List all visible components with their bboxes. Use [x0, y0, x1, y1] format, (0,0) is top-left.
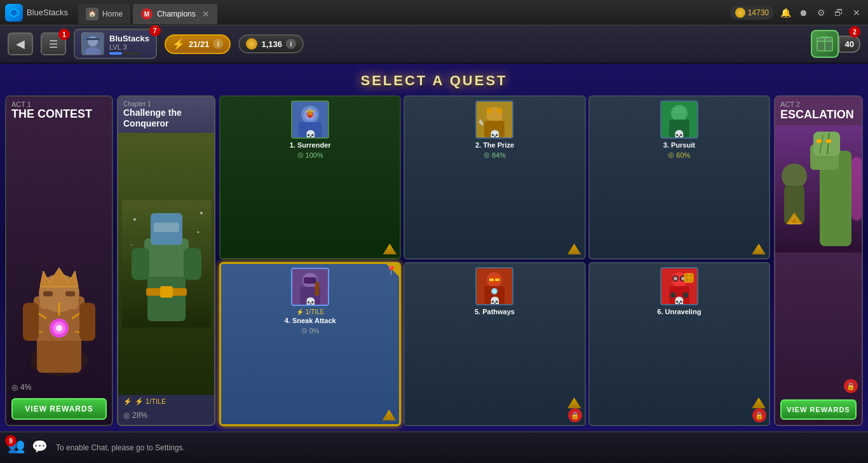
quest-6-name: 6. Unraveling: [657, 308, 701, 315]
game-tab[interactable]: M Champions ✕: [133, 4, 217, 24]
quest-3-progress-icon: ◎: [668, 151, 674, 159]
svg-rect-71: [495, 279, 499, 281]
quest-5-card[interactable]: 💀 5. Pathways 🔒: [403, 262, 585, 426]
act1-panel[interactable]: ACT 1 THE CONTEST: [5, 95, 113, 426]
energy-amount: 21/21: [189, 39, 210, 49]
act2-panel[interactable]: ACT 2 ESCALATION: [774, 95, 863, 426]
back-button[interactable]: ◀: [8, 32, 33, 55]
quest-4-progress: ◎ 0%: [301, 326, 320, 335]
quest-5-thumb: 💀: [475, 267, 513, 305]
energy-icon: ⚡: [172, 38, 185, 50]
act1-completion-icon: ◎: [11, 383, 18, 392]
gold-amount: 1,136: [261, 39, 282, 49]
quest-5-difficulty: [567, 397, 582, 410]
act2-character-art: [775, 125, 862, 252]
act1-name: THE CONTEST: [11, 108, 107, 121]
difficulty-icon-6: [751, 397, 766, 410]
svg-rect-70: [489, 279, 494, 281]
act1-view-rewards-button[interactable]: VIEW REWARDS: [11, 398, 107, 420]
quest-4-name: 4. Sneak Attack: [285, 317, 336, 324]
svg-point-92: [782, 163, 807, 189]
kang-art: [122, 200, 211, 328]
svg-point-55: [671, 105, 688, 121]
pack-display[interactable]: 2 40: [811, 30, 860, 58]
quest-2-skull: 💀: [489, 130, 500, 139]
act1-completion: ◎ 4%: [6, 379, 112, 396]
quest-3-progress: ◎ 60%: [668, 151, 690, 159]
gold-display: 1,136 i: [238, 34, 304, 53]
quests-grid: 💀 1. Surrender ◎ 100%: [219, 95, 770, 426]
quest-1-difficulty: [382, 243, 397, 256]
difficulty-icon-5: [567, 397, 582, 410]
quest-2-progress-value: 84%: [492, 151, 506, 159]
player-details: BluStacks LVL 3: [109, 34, 149, 55]
gold-icon: [246, 38, 257, 50]
difficulty-icon-3: [751, 243, 766, 256]
quest-6-card[interactable]: 💀 6. Unraveling 🔒: [588, 262, 770, 426]
quest-2-thumb: 💀: [475, 100, 513, 139]
gold-info-button[interactable]: i: [286, 39, 296, 49]
close-tab-button[interactable]: ✕: [202, 9, 210, 19]
quest-1-progress-value: 100%: [306, 151, 323, 159]
chapter-progress-pct: 28%: [132, 411, 147, 420]
notification-bell[interactable]: 🔔: [779, 6, 792, 19]
act2-name: ESCALATION: [780, 108, 857, 121]
chat-icon-group[interactable]: 9 👥 💬: [8, 438, 50, 458]
act1-character-art: [11, 245, 107, 379]
chapter-energy-text: ⚡ 1/TILE: [135, 397, 166, 406]
chapter-header: Chapter 1 Challenge the Conqueror: [118, 97, 214, 133]
chat-badge: 9: [5, 435, 17, 446]
home-tab[interactable]: 🏠 Home: [78, 4, 130, 24]
home-tab-icon: 🏠: [86, 8, 98, 20]
pack-icon: [811, 30, 839, 58]
titlebar-right: 14730 🔔 ⏺ ⚙ 🗗 ✕: [730, 6, 863, 20]
player-info[interactable]: BluStacks LVL 3: [74, 29, 157, 59]
chapter-name: Challenge the Conqueror: [123, 107, 209, 129]
svg-rect-36: [160, 286, 173, 298]
quest-2-progress: ◎ 84%: [484, 151, 506, 159]
kang-figure: [118, 133, 214, 395]
game-area: SELECT A QUEST ACT 1 THE CONTEST: [0, 64, 868, 431]
chatbar: 9 👥 💬 To enable Chat, please go to Setti…: [0, 431, 868, 463]
record-button[interactable]: ⏺: [797, 6, 810, 19]
player-level: LVL 3: [109, 43, 149, 51]
svg-point-37: [133, 218, 136, 221]
svg-rect-27: [79, 303, 95, 341]
chapter-progress: ◎ 28%: [118, 408, 214, 425]
game-tab-icon: M: [140, 8, 153, 20]
svg-rect-51: [497, 108, 502, 113]
chapter-panel: Chapter 1 Challenge the Conqueror: [117, 95, 215, 426]
act2-view-rewards-button[interactable]: VIEW REWARDS: [780, 399, 857, 420]
svg-rect-7: [86, 38, 100, 40]
level-bar: [109, 52, 141, 55]
quest-4-thumb: 💀: [291, 268, 329, 306]
quest-5-name: 5. Pathways: [475, 308, 515, 315]
chat-message: To enable Chat, please go to Settings.: [56, 443, 185, 452]
bluestacks-logo: BlueStacks: [5, 4, 68, 22]
topnav: ◀ ☰ 1 BluStacks LVL 3: [0, 25, 868, 64]
quest-5-lock: 🔒: [568, 408, 582, 422]
difficulty-icon-2: [567, 243, 582, 256]
act2-header: ACT 2 ESCALATION: [775, 97, 862, 125]
energy-info-button[interactable]: i: [213, 39, 223, 49]
close-button[interactable]: ✕: [850, 6, 863, 19]
quest-4-difficulty: [381, 409, 397, 422]
quest-2-card[interactable]: 💀 2. The Prize ◎ 84%: [403, 95, 585, 259]
svg-rect-16: [43, 291, 53, 296]
svg-point-20: [56, 325, 62, 331]
settings-button[interactable]: ⚙: [815, 6, 827, 19]
quest-4-card[interactable]: 📍 💀 ⚡ 1/TILE 4. Sneak Attack: [219, 262, 401, 426]
quest-2-difficulty: [567, 243, 582, 256]
quest-1-card[interactable]: 💀 1. Surrender ◎ 100%: [219, 95, 401, 259]
restore-button[interactable]: 🗗: [832, 6, 845, 19]
player-info-wrapper: BluStacks LVL 3 7: [74, 29, 157, 59]
quest-2-progress-icon: ◎: [484, 151, 490, 159]
quest-6-thumb: 💀: [660, 267, 698, 305]
quest-3-card[interactable]: 💀 3. Pursuit ◎ 60%: [588, 95, 770, 259]
act1-header: ACT 1 THE CONTEST: [6, 97, 112, 125]
pack-count: 40: [839, 36, 860, 53]
quest-2-name: 2. The Prize: [475, 141, 514, 149]
quest-title: SELECT A QUEST: [0, 64, 868, 95]
menu-badge: 1: [58, 29, 70, 40]
svg-rect-34: [184, 248, 201, 280]
